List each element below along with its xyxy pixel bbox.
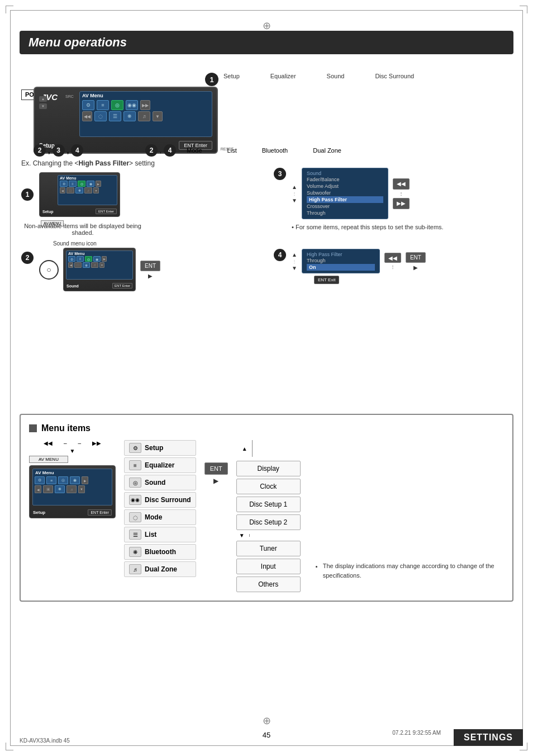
step3-content: ▲ ⋮ ▼ Sound Fader/Balance Volume Adjust …	[292, 168, 444, 230]
sub-item-tuner[interactable]: Tuner	[236, 541, 301, 556]
icon-nav-r[interactable]: ▶▶	[140, 100, 150, 110]
menu-items-av-unit: AV Menu ⚙ ≡ ◎ ◉ ▶ ◀ ▣ ❋ ♬ ▼	[29, 465, 116, 518]
step4-diagram: 4 ▲ ⋮ ▼ High Pass Filter Through On ◀◀ ⋮…	[274, 249, 426, 284]
screen-row1: ⚙ ≡ ◎ ◉◉ ▶▶	[80, 100, 212, 111]
crosshair-top: ⊕	[263, 20, 271, 32]
menu-item-eq[interactable]: ≡ Equalizer	[124, 457, 196, 473]
step1-icons-row1: ⚙ ≡ ◎ ◉ ▶	[58, 181, 117, 187]
step4-scroll: ▲ ⋮ ▼	[292, 252, 297, 271]
corner-tr	[520, 6, 527, 13]
sound-label-mi: Sound	[145, 479, 165, 486]
jvc-main-screen: AV Menu ⚙ ≡ ◎ ◉◉ ▶▶ ◀◀ ◌ ☰ ❋ ♬ ▼	[79, 91, 212, 137]
bt-icon: ❋	[129, 547, 141, 557]
step2-content: ○ AV Menu ⚙ ≡ ◎ ◉ ▶ ◀ □ ❋	[39, 248, 160, 291]
step234-label: 2 , 3 , 4	[34, 144, 83, 157]
list-label-mi: List	[145, 531, 156, 538]
icon-mode: ◌	[94, 111, 107, 121]
non-available-note: Non-available items will be displayed be…	[21, 223, 144, 236]
menu-item-list[interactable]: ☰ List	[124, 527, 196, 542]
step2-ent-btn[interactable]: ENT	[140, 261, 160, 271]
step4-circle: 4	[274, 249, 286, 261]
step3-main: ▲ ⋮ ▼ Sound Fader/Balance Volume Adjust …	[292, 168, 444, 219]
hpf-display: High Pass Filter Through On	[302, 249, 380, 273]
step4-nav-l[interactable]: ◀◀	[384, 253, 401, 263]
sound-display: Sound Fader/Balance Volume Adjust Subwoo…	[302, 168, 388, 219]
menu-list-col: ⚙ Setup ≡ Equalizer ◎ Sound ◉◉ Disc Surr…	[124, 440, 196, 577]
bottom-labels-group: 2 , 4 Mode List Bluetooth Dual Zone	[145, 144, 341, 157]
step2-ent-area: ENT ▶	[140, 261, 160, 279]
step2-av-unit: AV Menu ⚙ ≡ ◎ ◉ ▶ ◀ □ ❋ ♬ ▼	[63, 248, 136, 291]
menu-labels-top: Setup Equalizer Sound Disc Surround	[223, 73, 414, 79]
menu-label-setup: Setup	[223, 73, 240, 79]
step2-diagram: 2 Sound menu icon ○ AV Menu ⚙ ≡ ◎ ◉ ▶	[21, 240, 160, 291]
step4-ent-area: ENT ▶	[406, 252, 426, 271]
menu-item-sound[interactable]: ◎ Sound	[124, 475, 196, 490]
step2-arrow: ▶	[148, 273, 153, 279]
hpf-item1: Through	[307, 257, 375, 264]
vol-control-dn[interactable]: ▼	[39, 103, 47, 109]
s1i10: ▼	[93, 187, 99, 193]
disc-icon: ◉◉	[129, 495, 141, 505]
sub-scroll: ▲	[242, 440, 301, 457]
step4-circle-main: 4	[71, 144, 83, 157]
step3-nav-r[interactable]: ▶▶	[393, 198, 410, 209]
sub-item-disc1[interactable]: Disc Setup 1	[236, 497, 301, 512]
step4-nav: ◀◀ ⋮	[384, 253, 401, 270]
sub-item-others[interactable]: Others	[236, 577, 301, 592]
step4-ent-btn[interactable]: ENT	[406, 252, 426, 263]
eq-icon: ≡	[129, 460, 141, 470]
menu-item-disc[interactable]: ◉◉ Disc Surround	[124, 492, 196, 508]
av-menu-label-btn[interactable]: AV MENU	[29, 456, 68, 463]
icon-nav-l[interactable]: ◀◀	[82, 111, 92, 121]
av-menu-text: AV Menu	[80, 92, 212, 100]
s1i9: ♬	[84, 187, 92, 193]
step4-main: ▲ ⋮ ▼ High Pass Filter Through On ◀◀ ⋮ E…	[292, 249, 426, 273]
corner-bl	[6, 743, 13, 750]
sub-item-clock[interactable]: Clock	[236, 479, 301, 494]
s3-item2: Volume Adjust	[307, 183, 383, 190]
down-arrow: ▼	[29, 448, 116, 454]
menu-item-setup[interactable]: ⚙ Setup	[124, 440, 196, 456]
icon-nav-dn[interactable]: ▼	[153, 111, 163, 121]
icon-eq: ≡	[97, 100, 109, 110]
menu-label-disc-surround: Disc Surround	[375, 73, 414, 79]
menu-ent-btn[interactable]: ENT	[204, 462, 228, 475]
menu-av-left: ◀◀ – – ▶▶ ▼ AV MENU AV Menu ⚙ ≡ ◎ ◉ ▶	[29, 440, 116, 518]
step4-content: ▲ ⋮ ▼ High Pass Filter Through On ◀◀ ⋮ E…	[292, 249, 426, 284]
step1-diagram: 1 AV Menu ⚙ ≡ ◎ ◉ ▶ ◀ □ ❋ ♬ ▼ Setup ENT …	[21, 172, 120, 217]
jvc-unit-main: JVC ▲ ▼ SRC AV Menu ⚙ ≡ ◎ ◉◉ ▶▶ ◀◀ ◌ ☰ ❋…	[34, 87, 218, 154]
sub-item-disc2[interactable]: Disc Setup 2	[236, 514, 301, 530]
menu-items-section: Menu items ◀◀ – – ▶▶ ▼ AV MENU AV Menu ⚙	[20, 414, 513, 602]
vol-control[interactable]: ▲	[39, 96, 47, 102]
menu-item-mode[interactable]: ◌ Mode	[124, 509, 196, 525]
step3-nav-l[interactable]: ◀◀	[393, 178, 410, 190]
menu-av-screen: AV Menu ⚙ ≡ ◎ ◉ ▶ ◀ ▣ ❋ ♬ ▼	[32, 469, 112, 505]
icon-setup: ⚙	[82, 100, 94, 110]
icon-zone: ♬	[138, 111, 150, 121]
s1i5: ▶	[96, 181, 101, 187]
dualzone-label-mi: Dual Zone	[145, 565, 177, 573]
step2-bottom: Sound ENT Enter	[64, 281, 135, 291]
step3-diagram: 3 ▲ ⋮ ▼ Sound Fader/Balance Volume Adjus…	[274, 168, 444, 230]
step2-circle-sm: 2	[21, 252, 34, 264]
icon-sound: ◎	[111, 100, 123, 110]
menu-items-title: Menu items	[29, 423, 504, 433]
hpf-item2-sel: On	[307, 264, 375, 271]
menu-item-dualzone[interactable]: ♬ Dual Zone	[124, 561, 196, 577]
step4-ent-exit-btn[interactable]: ENT Exit	[314, 276, 339, 284]
step1-circle: 1	[205, 73, 218, 86]
label-list: List	[227, 147, 237, 154]
step2-inner: Sound menu icon ○ AV Menu ⚙ ≡ ◎ ◉ ▶ ◀	[39, 240, 160, 291]
label-mode: Mode	[187, 147, 202, 154]
bt-label-mi: Bluetooth	[145, 548, 176, 556]
step4-arrow: ▶	[413, 264, 418, 271]
menu-ent-area: ENT ▶	[204, 440, 228, 485]
step3-circle-main: 3	[53, 144, 65, 157]
sub-item-input[interactable]: Input	[236, 559, 301, 574]
page-border-top	[10, 10, 523, 11]
sub-item-display[interactable]: Display	[236, 461, 301, 476]
menu-item-bt[interactable]: ❋ Bluetooth	[124, 544, 196, 560]
s1i7: □	[66, 187, 74, 193]
step3-scroll: ▲ ⋮ ▼	[292, 184, 297, 204]
s1i3: ◎	[78, 181, 85, 187]
